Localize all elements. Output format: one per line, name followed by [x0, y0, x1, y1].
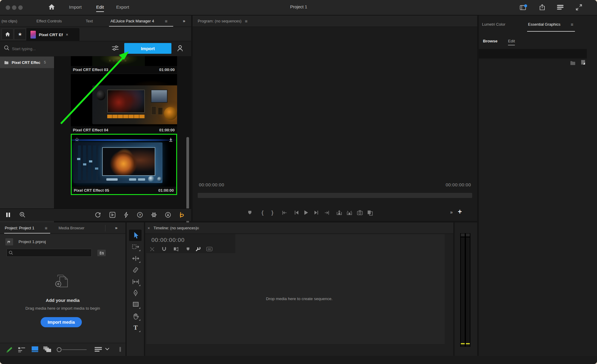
traffic-light-close-button[interactable]: [6, 5, 10, 10]
stacked-panels-icon[interactable]: [557, 4, 564, 10]
lift-icon[interactable]: [336, 210, 343, 216]
list-item-effect-05-selected[interactable]: ☆ Pixel CRT Effect 05 01:00:00: [71, 134, 177, 195]
aejuice-favorites-button[interactable]: ★: [14, 29, 26, 40]
tab-text[interactable]: Text: [86, 19, 93, 23]
pause-icon[interactable]: [6, 212, 10, 217]
tab-aejuice-pack-manager[interactable]: AEJuice Pack Manager 4: [111, 19, 154, 23]
selection-tool[interactable]: [132, 231, 139, 239]
project-search-input[interactable]: [15, 250, 90, 257]
snap-magnet-icon[interactable]: [161, 246, 167, 252]
list-item-effect-04[interactable]: Pixel CRT Effect 04 01:00:00: [71, 74, 177, 134]
add-marker-icon[interactable]: [185, 246, 191, 252]
nav-import[interactable]: Import: [69, 4, 82, 10]
graphics-selection-strip[interactable]: [479, 49, 587, 59]
lightning-icon[interactable]: [124, 212, 129, 218]
import-media-button[interactable]: Import media: [41, 317, 82, 327]
add-button-plus-icon[interactable]: +: [458, 208, 462, 216]
filter-sliders-icon[interactable]: [112, 45, 119, 51]
panel-menu-icon[interactable]: ≡: [165, 19, 168, 24]
slip-tool[interactable]: [132, 278, 139, 285]
icon-view-icon[interactable]: [32, 346, 38, 352]
aejuice-pack-tab[interactable]: Pixel CRT Ef ×: [26, 28, 79, 41]
download-icon[interactable]: [168, 137, 173, 142]
pen-tool[interactable]: [132, 289, 139, 297]
search-input[interactable]: [11, 44, 87, 53]
tab-overflow-chevrons[interactable]: »: [115, 225, 117, 230]
transport-overflow-chevrons[interactable]: »: [450, 210, 453, 215]
fullscreen-expand-icon[interactable]: [575, 4, 582, 11]
tab-overflow-chevrons[interactable]: »: [183, 18, 185, 23]
sidebar-item-pixel-crt[interactable]: Pixel CRT Effec 5: [0, 57, 54, 68]
zoom-in-icon[interactable]: [19, 212, 26, 218]
linked-selection-icon[interactable]: [173, 246, 179, 252]
nest-toggle-icon[interactable]: [149, 246, 155, 252]
share-icon[interactable]: [539, 4, 546, 11]
timeline-ruler-and-tracks-area[interactable]: [235, 234, 445, 344]
timeline-timecode[interactable]: 00:00:00:00: [151, 237, 185, 243]
panel-menu-icon[interactable]: ≡: [571, 22, 573, 27]
sort-icon[interactable]: [94, 347, 102, 352]
nav-edit[interactable]: Edit: [96, 4, 104, 12]
download-updates-icon[interactable]: [165, 212, 171, 218]
timeline-panel-title[interactable]: Timeline: (no sequences): [154, 226, 197, 230]
tab-essential-graphics[interactable]: Essential Graphics: [528, 22, 560, 27]
mark-in-icon[interactable]: {: [259, 210, 266, 216]
track-select-forward-tool[interactable]: [132, 243, 139, 251]
tab-source-no-clips[interactable]: (no clips): [1, 19, 17, 23]
ripple-edit-tool[interactable]: [132, 254, 139, 262]
type-tool[interactable]: T: [132, 324, 139, 331]
freeform-view-icon[interactable]: [43, 346, 52, 353]
traffic-light-minimize-button[interactable]: [12, 5, 16, 10]
new-layer-icon[interactable]: [581, 59, 586, 66]
subtab-edit[interactable]: Edit: [508, 39, 515, 45]
project-search-box[interactable]: [7, 249, 92, 257]
zoom-slider-knob[interactable]: [57, 347, 62, 352]
comparison-view-icon[interactable]: [367, 210, 373, 216]
aejuice-logo-icon[interactable]: [179, 212, 185, 218]
workspace-icon[interactable]: [520, 4, 527, 11]
favorite-star-icon[interactable]: ☆: [75, 137, 79, 142]
gear-icon[interactable]: [151, 212, 157, 218]
nav-export[interactable]: Export: [116, 4, 129, 10]
search-bin-icon[interactable]: [97, 250, 106, 256]
scrollbar-thumb[interactable]: [119, 347, 121, 352]
razor-tool[interactable]: [132, 266, 139, 274]
preview-video-icon[interactable]: [109, 212, 116, 218]
close-icon[interactable]: ×: [148, 226, 150, 231]
import-button[interactable]: Import: [124, 43, 171, 54]
mark-out-icon[interactable]: }: [269, 210, 276, 216]
captions-icon[interactable]: CC: [206, 246, 213, 252]
step-forward-icon[interactable]: [313, 210, 320, 216]
go-to-in-icon[interactable]: [281, 210, 288, 216]
folder-icon[interactable]: [570, 61, 576, 65]
extract-icon[interactable]: [346, 210, 353, 216]
tab-media-browser[interactable]: Media Browser: [59, 226, 85, 230]
traffic-light-zoom-button[interactable]: [18, 5, 23, 10]
breadcrumb[interactable]: Project 1.prproj: [19, 239, 46, 244]
aejuice-home-button[interactable]: [1, 29, 13, 40]
program-panel-title[interactable]: Program: (no sequences): [198, 19, 242, 23]
tab-project[interactable]: Project: Project 1: [5, 226, 34, 230]
panel-menu-icon[interactable]: ≡: [45, 225, 47, 231]
chevron-down-icon[interactable]: [105, 348, 109, 350]
play-icon[interactable]: [303, 210, 309, 216]
step-back-icon[interactable]: [293, 210, 300, 216]
zoom-slider-track[interactable]: [62, 349, 87, 350]
hand-tool[interactable]: [132, 312, 139, 320]
writable-pencil-icon[interactable]: [5, 346, 13, 353]
close-icon[interactable]: ×: [66, 32, 68, 37]
folder-up-icon[interactable]: [5, 238, 13, 245]
export-frame-camera-icon[interactable]: [357, 210, 363, 216]
panel-menu-icon[interactable]: ≡: [197, 225, 199, 231]
list-view-icon[interactable]: [18, 347, 25, 352]
program-timecode-current[interactable]: 00:00:00:00: [199, 182, 224, 187]
go-to-out-icon[interactable]: [323, 210, 330, 216]
refresh-icon[interactable]: [95, 212, 101, 218]
tab-effect-controls[interactable]: Effect Controls: [36, 19, 62, 23]
rectangle-tool[interactable]: [132, 300, 139, 308]
subtab-browse[interactable]: Browse: [483, 39, 498, 43]
account-person-icon[interactable]: [177, 44, 183, 52]
home-icon[interactable]: [48, 4, 55, 10]
timeline-settings-wrench-icon[interactable]: [195, 246, 201, 252]
audio-meters[interactable]: [460, 233, 470, 347]
